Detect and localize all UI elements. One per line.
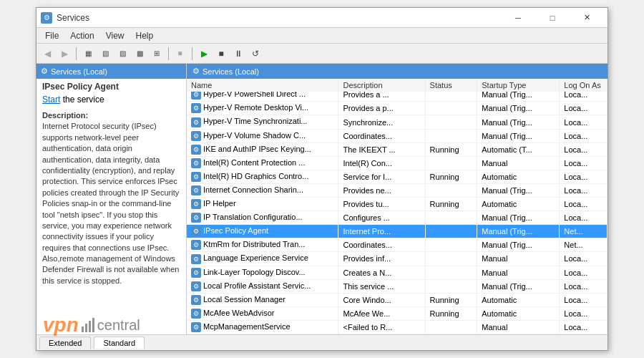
table-row[interactable]: ⚙Hyper-V Time Synchronizati...Synchroniz… (187, 115, 608, 129)
minimize-button[interactable]: ─ (502, 11, 535, 25)
service-startup-cell: Manual (Trig... (477, 183, 560, 197)
menu-help[interactable]: Help (130, 29, 160, 42)
left-panel: ⚙ Services (Local) IPsec Policy Agent St… (36, 64, 187, 334)
service-startup-cell: Manual (Trig... (477, 238, 560, 252)
service-desc-cell: Internet Pro... (338, 225, 425, 238)
service-startup-cell: Manual (477, 320, 560, 334)
service-table-container[interactable]: Name Description Status Startup Type Log… (187, 79, 608, 334)
service-status-cell (425, 156, 477, 170)
table-row[interactable]: ⚙Intel(R) Content Protection ...Intel(R)… (187, 156, 608, 170)
title-controls: ─ □ ✕ (502, 11, 603, 25)
service-logon-cell: Loca... (560, 170, 608, 183)
service-name-cell: ⚙Internet Connection Sharin... (187, 183, 338, 197)
table-row[interactable]: ⚙IPsec Policy AgentInternet Pro...Manual… (187, 225, 608, 238)
col-header-status[interactable]: Status (425, 79, 477, 92)
watermark: vpn central (43, 314, 140, 337)
table-row[interactable]: ⚙McAfee WebAdvisorMcAfee We...RunningAut… (187, 306, 608, 320)
service-name-cell: ⚙IP Helper (187, 198, 338, 211)
services-window: ⚙ Services ─ □ ✕ File Action View Help ◀… (36, 7, 608, 351)
service-row-icon: ⚙ (191, 268, 201, 278)
service-desc-cell: Creates a N... (338, 266, 425, 279)
service-status-cell (425, 279, 477, 293)
maximize-button[interactable]: □ (536, 11, 569, 25)
title-bar-left: ⚙ Services (41, 12, 89, 24)
table-row[interactable]: ⚙Intel(R) HD Graphics Contro...Service f… (187, 170, 608, 183)
view-button-1[interactable]: ▦ (80, 46, 96, 62)
description-text: Internet Protocol security (IPsec) suppo… (42, 122, 179, 284)
right-panel: ⚙ Services (Local) Name Description Stat… (187, 64, 608, 334)
stop-button[interactable]: ■ (213, 46, 229, 62)
service-startup-cell: Manual (Trig... (477, 211, 560, 225)
table-row[interactable]: ⚙IKE and AuthIP IPsec Keying...The IKEEX… (187, 142, 608, 156)
service-logon-cell: Loca... (560, 129, 608, 142)
col-header-startup[interactable]: Startup Type (477, 79, 560, 92)
start-link[interactable]: Start (42, 95, 60, 105)
service-startup-cell: Manual (Trig... (477, 279, 560, 293)
title-bar: ⚙ Services ─ □ ✕ (36, 8, 608, 28)
play-button[interactable]: ▶ (196, 46, 212, 62)
service-logon-cell: Loca... (560, 183, 608, 197)
service-startup-cell: Automatic (477, 306, 560, 320)
service-row-icon: ⚙ (191, 254, 201, 264)
table-row[interactable]: ⚙Hyper-V Remote Desktop Vi...Provides a … (187, 102, 608, 115)
restart-button[interactable]: ↺ (248, 46, 263, 62)
properties-button[interactable]: ≡ (172, 46, 188, 62)
services-tbody: ⚙Hyper-V Guest Service Inter...Provides … (187, 79, 608, 334)
menu-file[interactable]: File (39, 29, 64, 42)
pause-button[interactable]: ⏸ (230, 46, 246, 62)
tab-standard[interactable]: Standard (94, 337, 145, 349)
right-panel-title: Services (Local) (203, 67, 259, 76)
table-row[interactable]: ⚙IP HelperProvides tu...RunningAutomatic… (187, 198, 608, 211)
service-row-icon: ⚙ (191, 295, 201, 305)
forward-button[interactable]: ▶ (57, 46, 72, 62)
service-startup-cell: Manual (477, 266, 560, 279)
service-status-cell (425, 320, 477, 334)
service-desc-cell: Provides tu... (338, 198, 425, 211)
table-row[interactable]: ⚙IP Translation Configuratio...Configure… (187, 211, 608, 225)
service-logon-cell: Loca... (560, 252, 608, 266)
service-logon-cell: Loca... (560, 266, 608, 279)
menu-view[interactable]: View (100, 29, 130, 42)
tab-extended[interactable]: Extended (39, 337, 91, 349)
service-name-cell: ⚙IPsec Policy Agent (187, 225, 338, 238)
col-header-logon[interactable]: Log On As (560, 79, 608, 92)
service-logon-cell: Loca... (560, 211, 608, 225)
service-desc-cell: Core Windo... (338, 293, 425, 306)
services-table: Name Description Status Startup Type Log… (187, 79, 608, 334)
service-desc-cell: Configures ... (338, 211, 425, 225)
bar-4 (92, 318, 94, 332)
service-status-cell (425, 115, 477, 129)
description-heading: Description: (42, 111, 88, 120)
menu-action[interactable]: Action (64, 29, 99, 42)
table-row[interactable]: ⚙KtmRm for Distributed Tran...Coordinate… (187, 238, 608, 252)
right-panel-icon: ⚙ (192, 67, 200, 76)
view-button-2[interactable]: ▧ (97, 46, 113, 62)
service-logon-cell: Net... (560, 225, 608, 238)
view-button-5[interactable]: ⊞ (149, 46, 165, 62)
table-row[interactable]: ⚙Internet Connection Sharin...Provides n… (187, 183, 608, 197)
service-status-cell: Running (425, 306, 477, 320)
service-startup-cell: Automatic (T... (477, 142, 560, 156)
col-header-name[interactable]: Name (187, 79, 338, 92)
table-row[interactable]: ⚙Local Profile Assistant Servic...This s… (187, 279, 608, 293)
service-desc-cell: The IKEEXT ... (338, 142, 425, 156)
table-row[interactable]: ⚙McpManagementService<Failed to R...Manu… (187, 320, 608, 334)
close-button[interactable]: ✕ (570, 11, 603, 25)
service-desc-cell: Provides a p... (338, 102, 425, 115)
table-row[interactable]: ⚙Link-Layer Topology Discov...Creates a … (187, 266, 608, 279)
service-row-icon: ⚙ (191, 117, 201, 127)
service-desc-cell: McAfee We... (338, 306, 425, 320)
view-button-4[interactable]: ▩ (132, 46, 147, 62)
main-content: ⚙ Services (Local) IPsec Policy Agent St… (36, 64, 608, 334)
service-startup-cell: Manual (Trig... (477, 129, 560, 142)
table-row[interactable]: ⚙Local Session ManagerCore Windo...Runni… (187, 293, 608, 306)
table-row[interactable]: ⚙Hyper-V Volume Shadow C...Coordinates..… (187, 129, 608, 142)
service-name-cell: ⚙Local Profile Assistant Servic... (187, 279, 338, 293)
back-button[interactable]: ◀ (39, 46, 55, 62)
view-button-3[interactable]: ▨ (114, 46, 130, 62)
col-header-description[interactable]: Description (338, 79, 425, 92)
bar-2 (85, 324, 87, 332)
service-logon-cell: Loca... (560, 279, 608, 293)
table-row[interactable]: ⚙Language Experience ServiceProvides inf… (187, 252, 608, 266)
service-startup-cell: Automatic (477, 198, 560, 211)
